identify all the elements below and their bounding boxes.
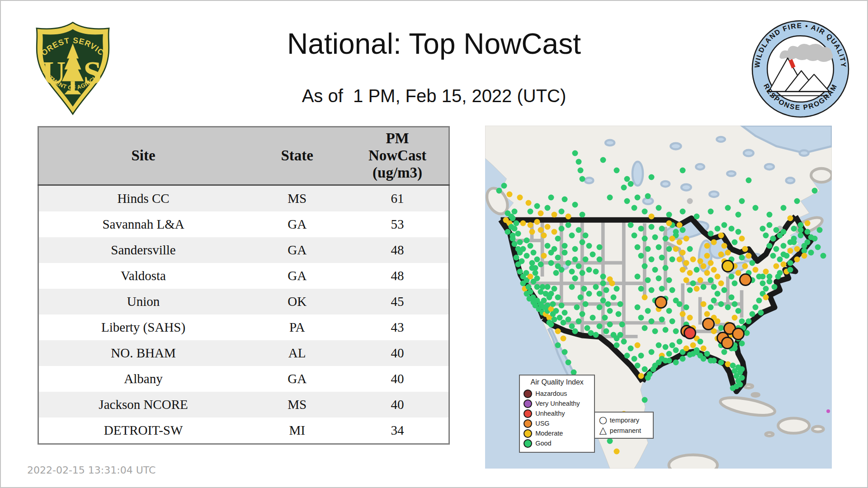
station-dot xyxy=(666,351,672,357)
station-dot xyxy=(693,286,699,291)
station-dot xyxy=(604,287,609,293)
station-dot xyxy=(638,286,644,291)
station-dot xyxy=(687,315,693,321)
station-dot xyxy=(739,375,745,380)
station-dot xyxy=(566,214,571,220)
station-dot xyxy=(722,243,727,249)
aqi-color-swatch xyxy=(524,419,532,428)
station-dot xyxy=(621,184,627,190)
station-dot xyxy=(562,310,568,315)
station-dot xyxy=(666,308,672,314)
station-dot xyxy=(659,356,665,362)
aqi-legend-item: USG xyxy=(524,418,590,428)
station-dot xyxy=(739,255,745,261)
station-dot xyxy=(538,210,543,216)
station-dot xyxy=(711,267,717,272)
station-dot xyxy=(780,205,786,211)
station-dot xyxy=(572,275,578,281)
station-dot xyxy=(801,253,807,259)
station-dot xyxy=(621,339,627,345)
station-dot xyxy=(739,340,745,346)
station-dot xyxy=(624,198,630,204)
station-dot xyxy=(728,225,734,231)
station-dot xyxy=(758,310,764,315)
station-dot xyxy=(766,222,772,228)
station-dot xyxy=(553,308,559,314)
station-dot xyxy=(826,409,830,413)
state-cell: GA xyxy=(248,263,346,289)
station-dot xyxy=(687,246,693,252)
station-dot xyxy=(512,208,518,214)
station-dot xyxy=(670,257,675,263)
station-dot xyxy=(718,359,724,365)
station-dot xyxy=(531,249,537,255)
station-dot xyxy=(794,246,800,252)
station-dot xyxy=(583,257,589,263)
aqi-legend-item: Very Unhealthy xyxy=(524,399,590,408)
station-dot xyxy=(725,305,731,310)
station-dot xyxy=(652,328,658,334)
station-dot xyxy=(656,342,661,348)
station-dot xyxy=(722,222,727,228)
station-dot xyxy=(560,335,566,341)
state-cell: MI xyxy=(248,418,346,444)
station-dot xyxy=(619,322,625,328)
station-dot xyxy=(590,251,595,257)
station-dot xyxy=(745,253,751,259)
station-dot xyxy=(579,212,585,218)
station-dot xyxy=(527,208,533,214)
value-cell: 45 xyxy=(346,289,449,314)
value-cell: 48 xyxy=(346,237,449,263)
station-dot xyxy=(683,260,689,266)
station-dot xyxy=(739,236,745,242)
station-dot xyxy=(690,257,696,263)
station-dot xyxy=(642,236,647,242)
station-dot xyxy=(515,231,521,237)
station-dot xyxy=(628,181,634,187)
station-dot xyxy=(642,294,647,300)
station-dot xyxy=(593,332,599,338)
station-dot xyxy=(649,224,655,230)
station-dot xyxy=(550,301,556,307)
station-dot xyxy=(742,263,748,269)
top-site-marker xyxy=(655,296,667,309)
station-dot xyxy=(718,301,724,307)
station-dot xyxy=(683,277,689,283)
station-dot xyxy=(742,246,748,252)
shape-legend-temporary: ○ temporary xyxy=(599,415,649,425)
station-dot xyxy=(635,363,641,369)
station-dot xyxy=(763,286,769,291)
station-dot xyxy=(506,191,512,197)
station-dot xyxy=(714,273,720,279)
station-dot xyxy=(676,339,682,345)
top-site-marker xyxy=(721,337,734,349)
station-dot xyxy=(763,268,769,274)
station-dot xyxy=(732,301,738,307)
station-dot xyxy=(545,205,551,211)
station-dot xyxy=(683,346,689,352)
station-dot xyxy=(635,305,641,310)
station-dot xyxy=(517,195,523,201)
station-dot xyxy=(579,176,585,182)
station-dot xyxy=(607,195,613,201)
station-dot xyxy=(766,279,772,285)
report-page: FOREST SERVICE U S DEPARTMENT OF AGRICUL… xyxy=(0,0,868,488)
station-dot xyxy=(545,224,551,230)
station-dot xyxy=(604,328,609,334)
station-dot xyxy=(569,268,575,274)
station-dot xyxy=(659,286,665,291)
table-row: ValdostaGA48 xyxy=(38,263,449,289)
station-dot xyxy=(562,249,568,255)
station-dot xyxy=(683,236,689,242)
station-dot xyxy=(805,239,811,245)
station-dot xyxy=(607,308,613,314)
state-cell: OK xyxy=(248,289,346,314)
station-dot xyxy=(638,315,644,321)
station-dot xyxy=(590,315,595,321)
station-dot xyxy=(558,208,564,214)
aqi-legend-item: Moderate xyxy=(524,428,590,438)
station-dot xyxy=(756,298,762,304)
station-dot xyxy=(753,305,759,310)
station-dot xyxy=(600,281,606,286)
station-dot xyxy=(638,352,644,358)
